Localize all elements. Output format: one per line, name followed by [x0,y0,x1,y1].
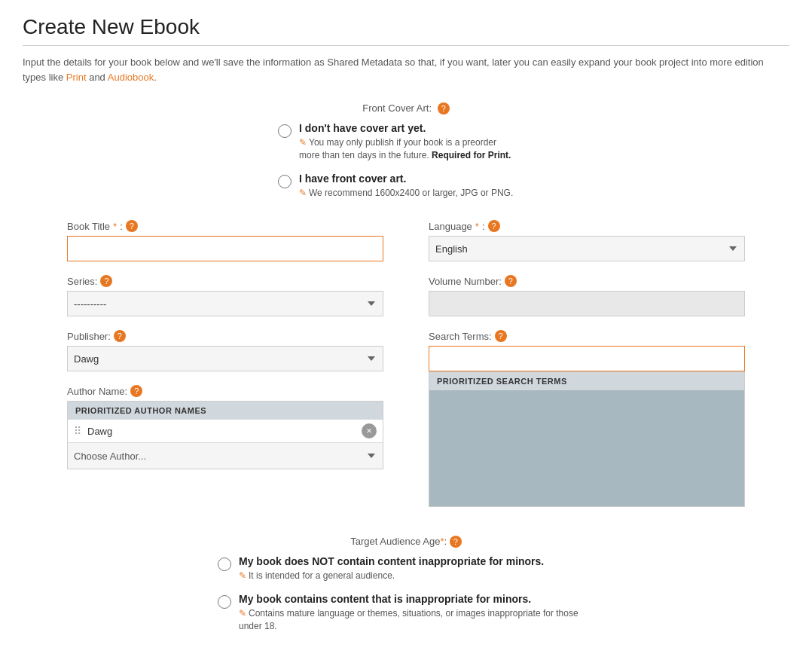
series-help-icon[interactable]: ? [100,275,112,287]
volume-number-label: Volume Number: ? [429,275,745,287]
cover-art-label: Front Cover Art: ? [23,102,789,115]
cover-art-option1: I don't have cover art yet. ✎You may onl… [278,122,534,162]
choose-author-row: Choose Author... [68,443,383,469]
edit-icon-1: ✎ [299,137,307,148]
cover-art-option2: I have front cover art. ✎We recommend 16… [278,173,534,200]
author-prioritized-table: PRIORITIZED AUTHOR NAMES ⠿ Dawg × Choose… [67,401,383,469]
form-grid: Book Title*: ? Series: ? ---------- Publ… [67,220,745,521]
author-name-group: Author Name: ? PRIORITIZED AUTHOR NAMES … [67,385,383,469]
author-name-label: Author Name: ? [67,385,383,397]
publisher-group: Publisher: ? Dawg [67,330,383,371]
series-label: Series: ? [67,275,383,287]
cover-art-option1-desc: ✎You may only publish if your book is a … [299,136,511,162]
publisher-select[interactable]: Dawg [67,346,383,371]
language-help-icon[interactable]: ? [488,220,500,232]
publisher-help-icon[interactable]: ? [114,330,126,342]
left-column: Book Title*: ? Series: ? ---------- Publ… [67,220,383,521]
cover-art-help-icon[interactable]: ? [438,102,450,115]
search-terms-input[interactable] [429,346,745,371]
author-prioritized-header: PRIORITIZED AUTHOR NAMES [68,402,383,420]
author-name-text: Dawg [87,426,362,437]
volume-number-input[interactable] [429,291,745,316]
audiobook-link[interactable]: Audiobook [108,72,154,83]
target-audience-section: Target Audience Age*: ? My book does NOT… [23,536,789,632]
search-terms-prioritized: PRIORITIZED SEARCH TERMS [429,371,745,507]
cover-art-no-radio[interactable] [278,124,292,138]
search-terms-help-icon[interactable]: ? [495,330,507,342]
audience-mature-radio[interactable] [218,595,231,609]
language-group: Language*: ? English Spanish French Germ… [429,220,745,261]
search-terms-prioritized-header: PRIORITIZED SEARCH TERMS [429,372,744,390]
target-audience-help-icon[interactable]: ? [450,536,462,548]
intro-text: Input the details for your book below an… [23,55,789,84]
search-terms-body [429,390,744,503]
author-row: ⠿ Dawg × [68,420,383,443]
author-help-icon[interactable]: ? [130,385,142,397]
search-terms-label: Search Terms: ? [429,330,745,342]
edit-icon-2: ✎ [299,188,307,198]
book-title-label: Book Title*: ? [67,220,383,232]
edit-icon-4: ✎ [239,608,246,619]
edit-icon-3: ✎ [239,570,246,581]
volume-help-icon[interactable]: ? [505,275,517,287]
audience-option2: My book contains content that is inappro… [218,593,594,633]
audience-general-radio[interactable] [218,558,231,571]
cover-art-option2-desc: ✎We recommend 1600x2400 or larger, JPG o… [299,187,513,200]
drag-handle-icon[interactable]: ⠿ [74,425,81,437]
remove-author-button[interactable]: × [362,423,377,438]
audience-option2-desc: ✎Contains mature language or themes, sit… [239,607,594,633]
language-select[interactable]: English Spanish French German [429,236,745,261]
volume-number-group: Volume Number: ? [429,275,745,316]
audience-option2-title: My book contains content that is inappro… [239,593,594,605]
cover-art-option1-title: I don't have cover art yet. [299,122,511,134]
page-title: Create New Ebook [23,15,789,46]
book-title-group: Book Title*: ? [67,220,383,261]
cover-art-section: Front Cover Art: ? I don't have cover ar… [23,102,789,199]
target-audience-label: Target Audience Age*: ? [23,536,789,548]
series-group: Series: ? ---------- [67,275,383,316]
print-link[interactable]: Print [66,72,87,83]
search-terms-group: Search Terms: ? PRIORITIZED SEARCH TERMS [429,330,745,507]
cover-art-option2-title: I have front cover art. [299,173,513,185]
series-select[interactable]: ---------- [67,291,383,316]
audience-option1: My book does NOT contain content inappro… [218,555,594,582]
language-label: Language*: ? [429,220,745,232]
book-title-input[interactable] [67,236,383,261]
audience-option1-desc: ✎It is intended for a general audience. [239,570,544,582]
right-column: Language*: ? English Spanish French Germ… [429,220,745,521]
publisher-label: Publisher: ? [67,330,383,342]
cover-art-yes-radio[interactable] [278,175,292,188]
choose-author-select[interactable]: Choose Author... [68,443,383,469]
book-title-help-icon[interactable]: ? [126,220,138,232]
audience-option1-title: My book does NOT contain content inappro… [239,555,544,567]
